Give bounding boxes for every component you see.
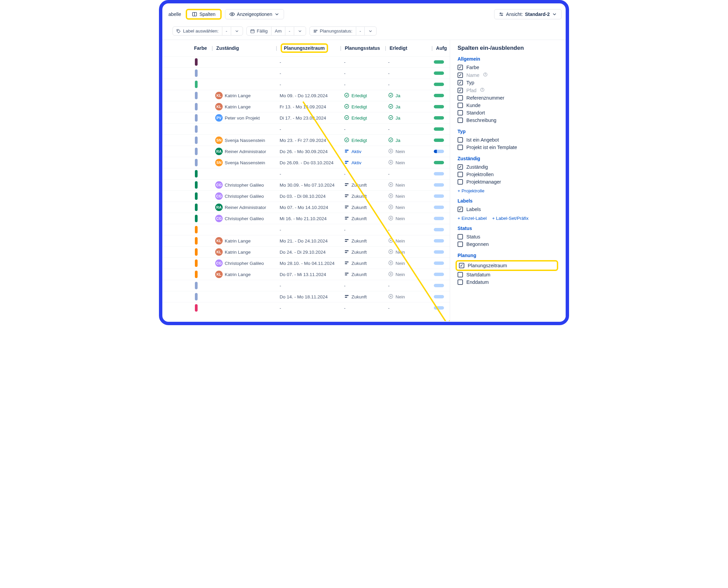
checkbox[interactable]	[458, 145, 463, 150]
checkbox[interactable]	[458, 103, 463, 108]
add-link[interactable]: + Projektrolle	[458, 188, 484, 193]
checkbox[interactable]	[458, 72, 463, 78]
progress-bar	[434, 284, 444, 287]
table-row[interactable]: SNSvenja NassensteinDo 26.09. - Do 03.10…	[162, 157, 450, 168]
label-filter[interactable]: Label auswählen: -	[173, 26, 243, 36]
checkbox[interactable]	[458, 118, 463, 123]
done-text: Ja	[396, 104, 400, 109]
checkbox-row-enddatum[interactable]: Enddatum	[458, 278, 558, 286]
col-erledigt[interactable]: Erledigt	[387, 45, 430, 51]
table-row[interactable]: ---	[162, 56, 450, 67]
planungsstatus-filter[interactable]: Planungsstatus: -	[309, 26, 377, 36]
table-row[interactable]: SNSvenja NassensteinMo 23. - Fr 27.09.20…	[162, 134, 450, 146]
checkbox[interactable]	[458, 234, 463, 239]
table-row[interactable]: ---	[162, 123, 450, 134]
checkbox-row-zuständig[interactable]: Zuständig	[458, 163, 558, 171]
checkbox-row-planungszeitraum[interactable]: Planungszeitraum	[456, 260, 558, 271]
table-row[interactable]: CGChristopher GalileoDo 03. - Di 08.10.2…	[162, 190, 450, 202]
checkbox-row-standort[interactable]: Standort	[458, 109, 558, 117]
col-planungszeitraum[interactable]: Planungszeitraum	[278, 43, 340, 53]
table-row[interactable]: RAReiner AdministratorMo 07. - Mo 14.10.…	[162, 202, 450, 213]
table-row[interactable]: KLKatrin LangeDo 07. - Mi 13.11.2024Zuku…	[162, 269, 450, 280]
tabelle-tab[interactable]: abelle	[168, 12, 182, 17]
status-icon	[344, 193, 349, 200]
table-row[interactable]: Do 14. - Mo 18.11.2024ZukunftNein	[162, 291, 450, 302]
table-row[interactable]: KLKatrin LangeMo 09. - Do 12.09.2024Erle…	[162, 90, 450, 101]
checkbox[interactable]	[458, 207, 463, 212]
avatar: KL	[215, 248, 223, 256]
color-indicator	[195, 271, 198, 278]
status-icon	[344, 115, 349, 121]
checkbox-row-farbe[interactable]: Farbe	[458, 64, 558, 71]
table-row[interactable]: KLKatrin LangeMo 21. - Do 24.10.2024Zuku…	[162, 235, 450, 246]
checkbox[interactable]	[458, 95, 463, 101]
checkbox-row-labels[interactable]: Labels	[458, 206, 558, 213]
col-planungsstatus[interactable]: Planungsstatus	[342, 45, 384, 51]
svg-rect-8	[250, 29, 254, 33]
avatar: RA	[215, 204, 223, 211]
add-link[interactable]: + Einzel-Label	[458, 216, 487, 221]
anzeigeoptionen-button[interactable]: Anzeigeoptionen	[225, 9, 284, 19]
table-row[interactable]: ---	[162, 79, 450, 90]
checkbox-row-projekt-ist-ein-template[interactable]: Projekt ist ein Template	[458, 144, 558, 151]
checkbox[interactable]	[458, 137, 463, 143]
checkbox[interactable]	[458, 179, 463, 185]
faellig-filter[interactable]: Fällig Am -	[246, 26, 306, 36]
assignee-name: Katrin Lange	[225, 272, 251, 277]
checkbox[interactable]	[458, 241, 463, 247]
table-row[interactable]: PVPeter von ProjektDi 17. - Mo 23.09.202…	[162, 112, 450, 123]
ansicht-selector[interactable]: Ansicht: Standard-2	[494, 9, 562, 19]
chevron-down-icon	[235, 29, 239, 34]
plan-range: -	[280, 306, 281, 311]
svg-point-21	[389, 138, 393, 142]
col-zustaendig[interactable]: Zuständig	[214, 45, 275, 51]
checkbox[interactable]	[458, 272, 463, 277]
checkbox-label: Beschreibung	[466, 118, 497, 123]
add-link[interactable]: + Label-Set/Präfix	[492, 216, 529, 221]
checkbox[interactable]	[459, 263, 464, 268]
checkbox[interactable]	[458, 172, 463, 177]
status-icon	[344, 271, 349, 278]
checkbox[interactable]	[458, 80, 463, 85]
plan-range: Do 03. - Di 08.10.2024	[280, 194, 326, 199]
status-icon	[344, 204, 349, 211]
table-row[interactable]: ---	[162, 67, 450, 79]
checkbox-row-ist-ein-angebot[interactable]: Ist ein Angebot	[458, 136, 558, 144]
checkbox-row-referenznummer[interactable]: Referenznummer	[458, 94, 558, 102]
table-row[interactable]: ---	[162, 302, 450, 313]
table-row[interactable]: CGChristopher GalileoMi 16. - Mo 21.10.2…	[162, 213, 450, 224]
checkbox-row-typ[interactable]: Typ	[458, 79, 558, 86]
checkbox-row-pfad[interactable]: Pfad	[458, 86, 558, 94]
checkbox-row-kunde[interactable]: Kunde	[458, 102, 558, 109]
col-farbe[interactable]: Farbe	[191, 45, 211, 51]
label-filter-label: Label auswählen:	[183, 28, 219, 34]
checkbox[interactable]	[458, 110, 463, 115]
spalten-button[interactable]: Spalten	[186, 9, 221, 20]
avatar: CG	[215, 181, 223, 189]
checkbox-row-status[interactable]: Status	[458, 233, 558, 240]
checkbox[interactable]	[458, 164, 463, 170]
checkbox-row-begonnen[interactable]: Begonnen	[458, 240, 558, 248]
col-aufg[interactable]: Aufg	[433, 45, 450, 51]
table-row[interactable]: CGChristopher GalileoMo 28.10. - Mo 04.1…	[162, 257, 450, 269]
checkbox-row-projektmanager[interactable]: Projektmanager	[458, 178, 558, 186]
table-row[interactable]: ---	[162, 168, 450, 179]
checkbox-row-name[interactable]: Name	[458, 71, 558, 79]
table-row[interactable]: KLKatrin LangeFr 13. - Mo 16.09.2024Erle…	[162, 101, 450, 112]
checkbox[interactable]	[458, 88, 463, 93]
done-text: Nein	[396, 250, 405, 255]
checkbox-row-beschreibung[interactable]: Beschreibung	[458, 117, 558, 124]
table-row[interactable]: ---	[162, 280, 450, 291]
table-row[interactable]: KLKatrin LangeDo 24. - Di 29.10.2024Zuku…	[162, 246, 450, 257]
progress-bar	[434, 83, 444, 86]
table-row[interactable]: RAReiner AdministratorDo 26. - Mo 30.09.…	[162, 146, 450, 157]
svg-rect-12	[314, 30, 317, 30]
plan-range: Mo 07. - Mo 14.10.2024	[280, 205, 328, 210]
checkbox[interactable]	[458, 65, 463, 70]
table-row[interactable]: CGChristopher GalileoMo 30.09. - Mo 07.1…	[162, 179, 450, 190]
checkbox-row-projektrollen[interactable]: Projektrollen	[458, 171, 558, 178]
checkbox-row-startdatum[interactable]: Startdatum	[458, 271, 558, 278]
checkbox[interactable]	[458, 279, 463, 285]
table-row[interactable]: ---	[162, 224, 450, 235]
plan-range: -	[280, 127, 281, 132]
